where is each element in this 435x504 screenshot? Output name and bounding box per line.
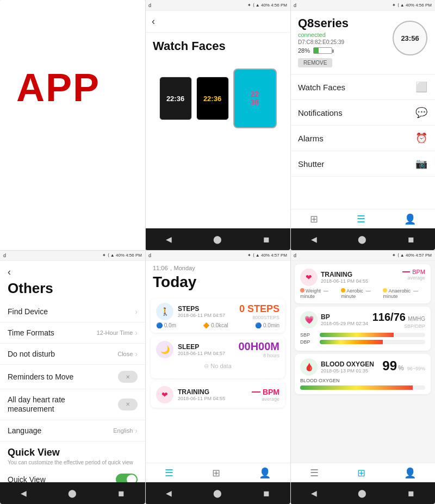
health-bp-header: 💗 BP 2018-05-29 PM 02:34 116/76 MMHG SBP… bbox=[300, 311, 425, 329]
watch-face-3-selected[interactable]: 2236 bbox=[233, 69, 277, 128]
time-formats-chevron: › bbox=[135, 328, 138, 337]
steps-title: STEPS bbox=[178, 305, 225, 313]
menu-item-notifications[interactable]: Notifications 💬 bbox=[290, 100, 435, 126]
bottom-tabs-mb: ☰ ⊞ 👤 bbox=[145, 463, 290, 482]
nav-back-lb[interactable]: ◀ bbox=[21, 489, 27, 497]
settings-find-device[interactable]: Find Device › bbox=[0, 301, 145, 322]
watch-face-2[interactable]: 22:36 bbox=[196, 77, 229, 120]
tab-mb-2[interactable]: ⊞ bbox=[212, 467, 220, 479]
training-today-header: ❤ TRAINING 2018-06-11 PM 04:55 BPM avera… bbox=[156, 386, 279, 403]
language-label: Language bbox=[8, 426, 41, 435]
settings-reminders[interactable]: Reminders to Move ✕ bbox=[0, 365, 145, 389]
settings-time-formats[interactable]: Time Formats 12-Hour Time › bbox=[0, 322, 145, 344]
health-training-legend: Weight — minute Aerobic — minute Anaerob… bbox=[300, 288, 425, 299]
menu-item-watchfaces[interactable]: Watch Faces ⬜ bbox=[290, 74, 435, 100]
nav-square-mb[interactable]: ◼ bbox=[263, 489, 270, 497]
others-title: Others bbox=[0, 278, 145, 301]
nav-back-rt[interactable]: ◀ bbox=[311, 235, 317, 244]
menu-item-shutter[interactable]: Shutter 📷 bbox=[290, 151, 435, 177]
menu-label-notifications: Notifications bbox=[298, 108, 343, 117]
tab-icon-1[interactable]: ⊞ bbox=[310, 213, 318, 225]
health-training-sub: average bbox=[402, 275, 425, 281]
sleep-date: 2018-06-11 PM 04:57 bbox=[178, 351, 225, 356]
settings-heartrate[interactable]: All day heart rate measurement ✕ bbox=[0, 389, 145, 420]
health-training-title: TRAINING bbox=[321, 271, 368, 278]
remove-button[interactable]: REMOVE bbox=[298, 58, 332, 67]
dnd-label: Do not disturb bbox=[8, 350, 55, 358]
heartrate-toggle[interactable]: ✕ bbox=[118, 399, 138, 410]
tab-icon-2[interactable]: ☰ bbox=[357, 213, 365, 225]
sleep-icon: 🌙 bbox=[156, 341, 173, 358]
legend-anaerobic: Anaerobic — minute bbox=[383, 288, 425, 299]
vdivider-1 bbox=[145, 0, 146, 504]
steps-distance: 🔵 0.0m bbox=[156, 322, 176, 328]
back-button-watchfaces[interactable]: ‹ bbox=[152, 16, 155, 27]
tab-rb-1[interactable]: ☰ bbox=[310, 467, 319, 479]
nav-back-mid-top[interactable]: ◀ bbox=[166, 235, 172, 244]
sbp-track bbox=[320, 333, 425, 337]
blood-ox-bar-label: BLOOD OXYGEN bbox=[300, 378, 425, 383]
reminders-toggle[interactable]: ✕ bbox=[118, 371, 138, 383]
nav-home-rt[interactable]: ⬤ bbox=[358, 235, 366, 244]
quick-view-section: Quick View You can customize the effecti… bbox=[0, 441, 145, 468]
nav-home-rb[interactable]: ⬤ bbox=[358, 489, 366, 497]
sleep-card: 🌙 SLEEP 2018-06-11 PM 04:57 00H00M 8 hou… bbox=[151, 336, 285, 378]
language-value: English bbox=[113, 427, 133, 434]
nav-home-mb[interactable]: ⬤ bbox=[213, 489, 222, 497]
nav-home-lb[interactable]: ⬤ bbox=[68, 489, 77, 497]
carrier-rt: d bbox=[294, 3, 296, 8]
hdivider-1 bbox=[0, 250, 435, 251]
status-icons-rb: ✦ ⟨ ▲ 40% 4:57 PM bbox=[392, 253, 432, 258]
tab-rb-3[interactable]: 👤 bbox=[404, 467, 416, 479]
sleep-title: SLEEP bbox=[178, 343, 225, 351]
vdivider-2 bbox=[290, 0, 291, 504]
bp-bars: SBP DBP bbox=[300, 332, 425, 345]
nav-square-lb[interactable]: ◼ bbox=[118, 489, 125, 497]
menu-item-alarms[interactable]: Alarms ⏰ bbox=[290, 126, 435, 151]
status-bar-rb: d ✦ ⟨ ▲ 40% 4:57 PM bbox=[290, 250, 435, 261]
nav-back-mb[interactable]: ◀ bbox=[166, 489, 172, 497]
steps-icon: 🚶 bbox=[156, 303, 173, 320]
legend-aerobic: Aerobic — minute bbox=[341, 288, 378, 299]
find-device-chevron: › bbox=[135, 307, 138, 316]
tab-mb-1[interactable]: ☰ bbox=[165, 467, 173, 479]
device-battery: 28% bbox=[298, 47, 391, 54]
status-icons-mb: ✦ ⟨ ▲ 40% 4:57 PM bbox=[247, 253, 287, 258]
nav-square-rt[interactable]: ◼ bbox=[408, 235, 414, 244]
find-device-label: Find Device bbox=[8, 307, 48, 316]
status-icons-mid: ✦ ⟨ ▲ 40% 4:56 PM bbox=[247, 3, 287, 8]
health-oxygen-title: BLOOD OXYGEN bbox=[321, 360, 374, 368]
nav-back-rb[interactable]: ◀ bbox=[311, 489, 317, 497]
steps-sub: 🔵 0.0m 🔶 0.0kcal 🔵 0.0min bbox=[156, 322, 279, 328]
dbp-row: DBP bbox=[300, 339, 425, 345]
watch-face-1[interactable]: 22:36 bbox=[159, 77, 192, 120]
steps-date: 2018-06-11 PM 04:57 bbox=[178, 313, 225, 318]
dbp-track bbox=[320, 340, 425, 344]
tab-mb-3[interactable]: 👤 bbox=[259, 467, 271, 479]
nav-square-mid-top[interactable]: ◼ bbox=[263, 235, 270, 244]
reminders-label: Reminders to Move bbox=[8, 372, 73, 381]
dbp-label: DBP bbox=[300, 339, 316, 345]
blood-ox-fill bbox=[300, 385, 413, 390]
steps-time: 🔵 0.0min bbox=[255, 322, 279, 328]
settings-language[interactable]: Language English › bbox=[0, 420, 145, 441]
others-back-btn[interactable]: ‹ bbox=[0, 261, 145, 278]
tab-icon-3[interactable]: 👤 bbox=[404, 213, 416, 225]
tab-rb-2[interactable]: ⊞ bbox=[357, 467, 365, 479]
device-mac: D7:C8:82:E0:25:39 bbox=[298, 39, 391, 45]
carrier-mb: d bbox=[148, 253, 151, 258]
settings-dnd[interactable]: Do not disturb Close › bbox=[0, 344, 145, 365]
health-bp-value: 116/76 bbox=[372, 311, 406, 323]
watchfaces-topbar: ‹ bbox=[145, 11, 290, 33]
training-card-today: ❤ TRAINING 2018-06-11 PM 04:55 BPM avera… bbox=[151, 382, 285, 408]
health-bp-sub: SBP/DBP bbox=[372, 323, 425, 329]
health-training-card: ❤ TRAINING 2018-06-11 PM 04:55 BPM avera… bbox=[295, 264, 431, 303]
health-oxygen-header: 🩸 BLOOD OXYGEN 2018-05-13 PM 01:35 99 % … bbox=[300, 358, 425, 376]
quick-view-title: Quick View bbox=[8, 447, 138, 458]
battery-bar bbox=[313, 47, 332, 54]
language-chevron: › bbox=[135, 426, 138, 435]
menu-icon-alarms: ⏰ bbox=[415, 132, 427, 144]
carrier-lb: d bbox=[3, 253, 6, 258]
nav-square-rb[interactable]: ◼ bbox=[408, 489, 414, 497]
nav-home-mid-top[interactable]: ⬤ bbox=[213, 235, 222, 244]
